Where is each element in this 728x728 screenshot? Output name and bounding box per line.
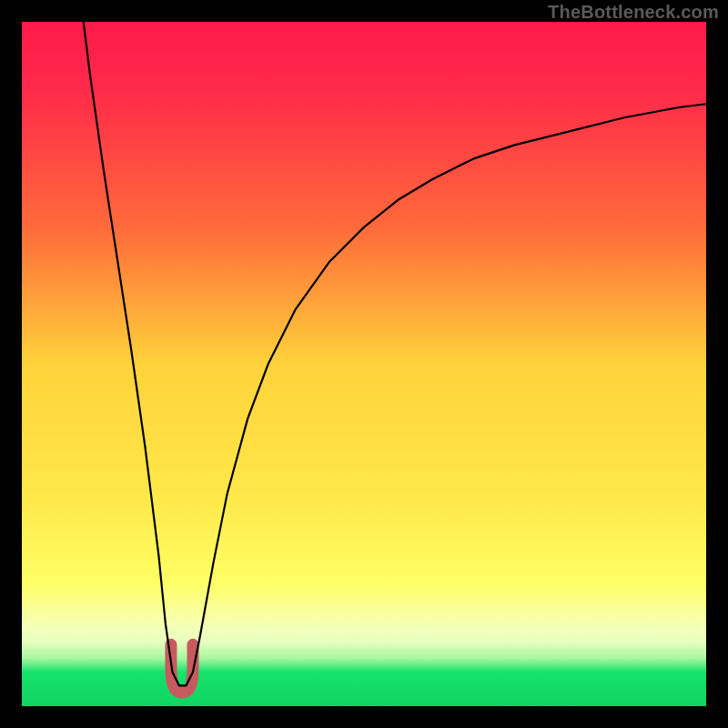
plot-area bbox=[22, 22, 706, 706]
watermark-text: TheBottleneck.com bbox=[548, 2, 719, 23]
chart-svg bbox=[22, 22, 706, 706]
chart-frame: TheBottleneck.com bbox=[0, 0, 728, 728]
gradient-background bbox=[22, 22, 706, 706]
